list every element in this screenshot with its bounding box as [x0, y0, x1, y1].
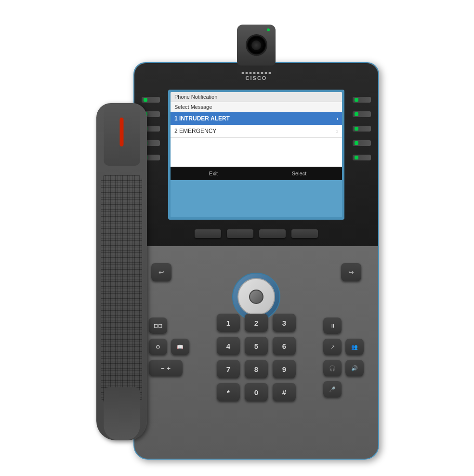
back-button[interactable]: ↩ [151, 263, 171, 281]
screen-footer: Exit Select [171, 167, 342, 180]
bottom-softkey-1[interactable] [195, 229, 221, 238]
keypad-row-4: * 0 # [178, 383, 335, 401]
nav-ring-center[interactable] [249, 290, 263, 304]
key-7[interactable]: 7 [217, 360, 240, 378]
handset-bottom [104, 387, 140, 440]
chevron-right-dark-icon: ○ [335, 129, 338, 134]
softkey-right-3[interactable] [353, 126, 371, 132]
nav-buttons-row: ↩ ↪ [134, 263, 378, 281]
chevron-right-icon: › [337, 116, 338, 121]
key-hash[interactable]: # [273, 383, 296, 401]
key-8[interactable]: 8 [245, 360, 268, 378]
handset-indicator [120, 118, 124, 146]
screen-empty-area [171, 138, 342, 167]
key-star[interactable]: * [217, 383, 240, 401]
keypad-row-3: 7 8 9 [178, 360, 335, 378]
brand-name: CISCO [242, 75, 271, 81]
key-1[interactable]: 1 [217, 314, 240, 332]
screen-item-2-label: 2 EMERGENCY [174, 128, 216, 134]
camera-indicator-light [267, 28, 270, 31]
screen-item-1-label: 1 INTRUDER ALERT [174, 115, 230, 122]
bottom-softkeys-row [195, 229, 318, 238]
screen-frame: Phone Notification Select Message 1 INTR… [168, 90, 344, 220]
cisco-dots [242, 72, 271, 74]
camera-lens [246, 34, 267, 56]
handset-speaker [101, 175, 142, 402]
handset-top [104, 103, 140, 166]
hangup-button[interactable]: ↪ [341, 263, 361, 281]
screen-item-2[interactable]: 2 EMERGENCY ○ [171, 125, 342, 138]
key-5[interactable]: 5 [245, 337, 268, 355]
softkey-right-1[interactable] [353, 97, 371, 103]
phone-top-section: CISCO Phone Notification [134, 63, 378, 251]
key-9[interactable]: 9 [273, 360, 296, 378]
key-0[interactable]: 0 [245, 383, 268, 401]
key-2[interactable]: 2 [245, 314, 268, 332]
camera-housing [237, 25, 276, 66]
keypad-row-1: 1 2 3 [178, 314, 335, 332]
brand-logo: CISCO [242, 72, 271, 81]
phone-body: CISCO Phone Notification [133, 62, 379, 460]
softkey-right-2[interactable] [353, 111, 371, 117]
screen-title: Phone Notification [171, 92, 342, 102]
softkey-right-4[interactable] [353, 140, 371, 146]
screen-subtitle: Select Message [171, 102, 342, 112]
bottom-softkey-2[interactable] [227, 229, 253, 238]
phone: CISCO Phone Notification [88, 16, 386, 460]
keypad: 1 2 3 4 5 6 7 8 9 * 0 # [134, 314, 378, 406]
bottom-softkey-4[interactable] [291, 229, 318, 238]
screen-item-selected[interactable]: 1 INTRUDER ALERT › [171, 112, 342, 125]
key-3[interactable]: 3 [273, 314, 296, 332]
phone-lower: ↩ ↪ ⊡⊡ ⚙ [134, 246, 378, 459]
key-6[interactable]: 6 [273, 337, 296, 355]
bottom-softkey-3[interactable] [259, 229, 286, 238]
softkey-left-1[interactable] [142, 97, 160, 103]
nav-ring-middle [237, 278, 275, 316]
select-button[interactable]: Select [256, 169, 342, 178]
exit-button[interactable]: Exit [171, 169, 256, 178]
key-4[interactable]: 4 [217, 337, 240, 355]
screen-display: Phone Notification Select Message 1 INTR… [171, 92, 342, 217]
keypad-row-2: 4 5 6 [178, 337, 335, 355]
camera-lens-inner [251, 40, 261, 50]
handset [96, 103, 147, 440]
softkeys-right [353, 97, 371, 160]
softkey-right-5[interactable] [353, 155, 371, 160]
